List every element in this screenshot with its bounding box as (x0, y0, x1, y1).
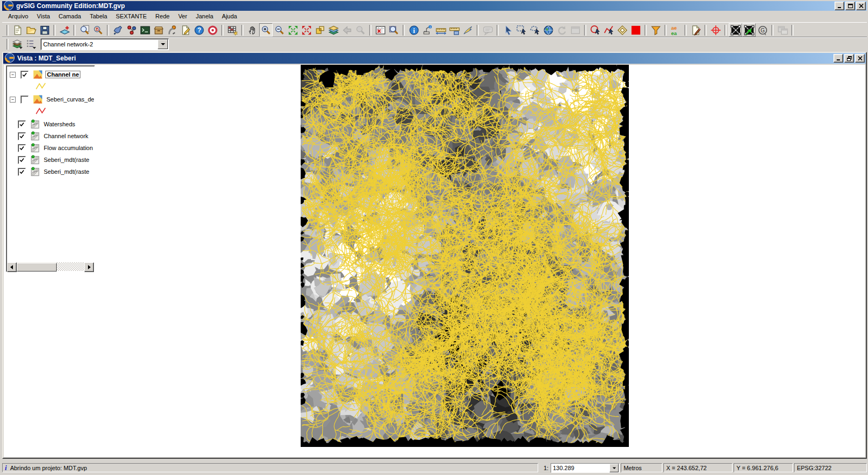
tree-collapse-icon[interactable]: − (10, 72, 16, 78)
sextante-results-button[interactable] (206, 23, 219, 37)
select-circle-button[interactable] (588, 23, 602, 37)
layer-visibility-checkbox[interactable] (18, 132, 26, 140)
select-buffer-button[interactable] (615, 23, 629, 37)
hyperlink-button[interactable] (461, 23, 474, 37)
minimize-button[interactable] (833, 54, 843, 63)
layer-row[interactable]: Seberi_mdt(raste (7, 166, 94, 178)
scroll-right-button[interactable] (84, 262, 94, 272)
layer-visibility-checkbox[interactable] (21, 96, 29, 104)
georeferencing-button[interactable] (742, 23, 756, 37)
minimize-button[interactable] (835, 2, 844, 10)
restore-button[interactable] (844, 54, 854, 63)
color-box-button[interactable] (629, 23, 642, 37)
open-project-button[interactable] (24, 23, 38, 37)
menu-janela[interactable]: Janela (192, 12, 217, 21)
sextante-explorer-button[interactable] (165, 23, 179, 37)
sextante-models-button[interactable] (125, 23, 138, 37)
table-manager-button[interactable] (226, 23, 239, 37)
sextante-console-button[interactable] (138, 23, 152, 37)
measure-area-button[interactable] (447, 23, 461, 37)
layer-row[interactable]: Seberi_mdt(raste (7, 154, 94, 166)
layer-combobox-dropdown-button[interactable] (158, 39, 168, 49)
select-polyline-button[interactable] (602, 23, 615, 37)
save-project-button[interactable] (38, 23, 51, 37)
layer-combobox[interactable]: Channel network-2 (40, 38, 169, 50)
zoom-selection-button[interactable] (286, 23, 300, 37)
sextante-toolbox-button[interactable] (111, 23, 125, 37)
layer-label[interactable]: Watersheds (43, 121, 76, 127)
map-view[interactable] (301, 65, 629, 447)
layer-visibility-checkbox[interactable] (18, 144, 26, 152)
pan-button[interactable] (246, 23, 259, 37)
layer-label[interactable]: Channel ne (45, 71, 80, 78)
catalog-search-button[interactable] (78, 23, 91, 37)
zoom-previous-button[interactable] (313, 23, 327, 37)
layer-visibility-checkbox[interactable] (18, 168, 26, 176)
scrollbar-track[interactable] (57, 262, 84, 271)
sextante-editor-button[interactable] (179, 23, 192, 37)
close-button[interactable] (855, 54, 865, 63)
tree-collapse-icon[interactable]: − (10, 97, 16, 103)
sextante-help-button[interactable]: ? (192, 23, 206, 37)
scale-combobox[interactable]: 130.289 (551, 463, 620, 473)
scroll-left-button[interactable] (7, 262, 17, 272)
raster-clip-button[interactable] (729, 23, 742, 37)
menu-arquivo[interactable]: Arquivo (4, 12, 32, 21)
zoom-manager-button[interactable] (387, 23, 401, 37)
layers-dropdown-button[interactable] (11, 38, 24, 51)
zoom-layer-button[interactable] (327, 23, 340, 37)
start-editing-button[interactable] (689, 23, 702, 37)
layer-row[interactable]: Watersheds (7, 118, 94, 130)
select-rectangle-button[interactable] (514, 23, 528, 37)
layer-label[interactable]: Seberi_mdt(raste (43, 157, 90, 163)
layer-visibility-checkbox[interactable] (18, 120, 26, 128)
search-text-button[interactable]: aeea (669, 23, 682, 37)
layer-visibility-checkbox[interactable] (18, 156, 26, 164)
layer-label[interactable]: Channel network (43, 133, 90, 139)
layer-row[interactable]: Flow accumulation (7, 142, 94, 154)
gazetteer-search-button[interactable]: B (91, 23, 105, 37)
info-icon: i (5, 464, 7, 472)
layer-label[interactable]: Flow accumulation (43, 145, 94, 151)
measure-distance-button[interactable] (434, 23, 447, 37)
zoom-out-button[interactable] (273, 23, 286, 37)
maximize-button[interactable] (845, 2, 855, 10)
select-by-layer-button[interactable] (541, 23, 555, 37)
close-button[interactable] (856, 2, 866, 10)
add-layer-button[interactable] (58, 23, 71, 37)
point-info-button[interactable]: i (421, 23, 434, 37)
zoom-in-button[interactable] (259, 23, 273, 37)
menu-rede[interactable]: Rede (152, 12, 173, 21)
view-client-area: −Channel ne−Seberi_curvas_deWatershedsCh… (4, 65, 865, 457)
scale-dropdown-button[interactable] (609, 464, 619, 472)
menu-vista[interactable]: Vista (33, 12, 53, 21)
filter-button[interactable] (649, 23, 662, 37)
select-polygon-button[interactable] (528, 23, 541, 37)
scrollbar-thumb[interactable] (17, 263, 57, 272)
zoom-previous-icon (315, 25, 326, 36)
sextante-history-button[interactable] (152, 23, 165, 37)
toc-horizontal-scrollbar[interactable] (7, 262, 94, 271)
layer-visibility-checkbox[interactable] (21, 71, 29, 79)
select-arrow-button[interactable] (501, 23, 514, 37)
map-canvas[interactable] (301, 65, 629, 447)
menu-ver[interactable]: Ver (174, 12, 191, 21)
menu-ajuda[interactable]: Ajuda (218, 12, 241, 21)
locator-button[interactable] (374, 23, 387, 37)
layer-row[interactable]: −Seberi_curvas_de (7, 93, 94, 105)
layer-label[interactable]: Seberi_curvas_de (45, 96, 94, 103)
layer-row[interactable]: Channel network (7, 130, 94, 142)
menu-camada[interactable]: Camada (55, 12, 85, 21)
list-dropdown-button[interactable] (24, 38, 38, 51)
layer-label[interactable]: Seberi_mdt(raste (43, 168, 90, 175)
layer-row[interactable]: −Channel ne (7, 69, 94, 80)
new-project-button[interactable] (11, 23, 24, 37)
info-button[interactable]: i (407, 23, 421, 37)
app-title-bar[interactable]: gvSIG Community Edition:MDT.gvp (2, 1, 867, 11)
center-view-point-button[interactable] (709, 23, 722, 37)
zoom-full-button[interactable] (300, 23, 313, 37)
menu-sextante[interactable]: SEXTANTE (112, 12, 151, 21)
view-title-bar[interactable]: Vista : MDT_Seberi (3, 53, 866, 64)
geolocation-button[interactable]: G (756, 23, 769, 37)
menu-tabela[interactable]: Tabela (86, 12, 111, 21)
